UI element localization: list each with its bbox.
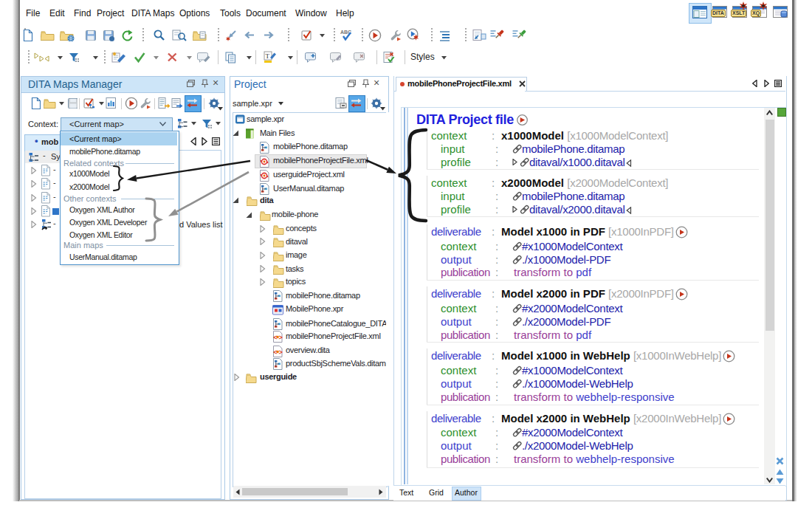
svg-text:T: T — [266, 52, 270, 60]
svg-text:>: > — [279, 334, 283, 341]
svg-text:>: > — [279, 348, 283, 355]
